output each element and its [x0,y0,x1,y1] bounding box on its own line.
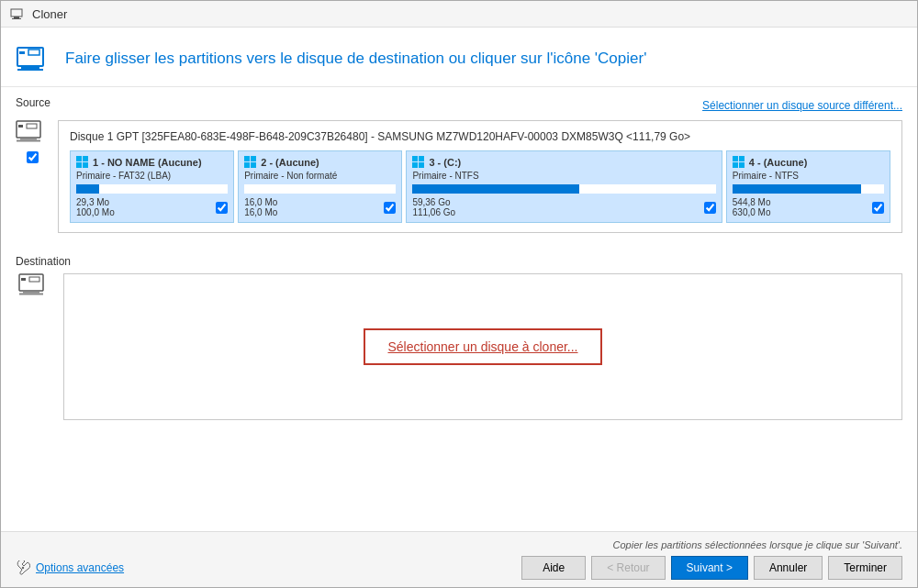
svg-rect-6 [28,50,39,55]
partition-4-type: Primaire - NTFS [733,171,884,181]
partition-1-sizes: 29,3 Mo 100,0 Mo [76,197,228,217]
source-header-row: Source Sélectionner un disque source dif… [16,96,902,115]
partition-1-bar [76,184,228,194]
select-source-link[interactable]: Sélectionner un disque source différent.… [702,99,902,112]
svg-rect-13 [76,156,82,161]
svg-rect-24 [419,162,424,168]
partition-2: 2 - (Aucune) Primaire - Non formaté 16,0… [238,150,402,223]
main-window: Cloner Faire glisser les partitions vers… [0,0,918,588]
source-checkbox[interactable] [27,151,39,163]
svg-point-34 [22,567,24,569]
svg-rect-33 [21,278,26,281]
partition-3-bar [412,184,715,194]
partition-2-type: Primaire - Non formaté [244,171,396,181]
partition-2-bar [244,184,396,194]
footer-left: Options avancées [16,560,124,575]
content-area: Faire glisser les partitions vers le dis… [1,28,917,587]
partition-2-checkbox[interactable] [384,202,396,214]
svg-rect-18 [251,156,256,161]
partition-4-checkbox[interactable] [872,202,884,214]
svg-rect-16 [83,162,88,168]
svg-rect-22 [419,156,424,161]
partition-4-title: 4 - (Aucune) [733,156,884,169]
source-label: Source [16,96,50,109]
header-section: Faire glisser les partitions vers le dis… [1,28,917,87]
svg-rect-2 [12,18,21,19]
destination-label: Destination [16,255,902,268]
finish-button[interactable]: Terminer [828,556,902,580]
svg-rect-26 [739,156,744,161]
svg-rect-10 [17,140,40,142]
svg-rect-7 [19,51,25,54]
source-disk-icon [16,120,49,146]
back-button[interactable]: < Retour [591,556,665,580]
svg-rect-30 [23,291,39,294]
svg-rect-14 [83,156,88,161]
svg-rect-17 [244,156,250,161]
windows-icon-4 [733,156,745,169]
footer-right: Aide < Retour Suivant > Annuler Terminer [521,556,902,580]
cancel-button[interactable]: Annuler [754,556,823,580]
source-section: Disque 1 GPT [325FEA80-683E-498F-B648-20… [16,120,902,246]
footer: Copier les partitions sélectionnées lors… [1,531,917,587]
windows-icon-3 [412,156,425,169]
destination-section: Sélectionner un disque à cloner... [16,273,902,420]
footer-buttons: Options avancées Aide < Retour Suivant >… [16,556,902,580]
next-button[interactable]: Suivant > [671,556,748,580]
partition-3: 3 - (C:) Primaire - NTFS 59,36 Go 111,06… [406,150,722,223]
options-link[interactable]: Options avancées [36,561,124,574]
main-area: Source Sélectionner un disque source dif… [1,87,917,531]
select-disk-button[interactable]: Sélectionner un disque à cloner... [364,328,601,365]
partition-3-sizes: 59,36 Go 111,06 Go [412,197,715,217]
partition-4-bar [733,184,884,194]
partition-1-title: 1 - NO NAME (Aucune) [76,156,228,169]
cloner-icon [10,6,25,21]
svg-rect-23 [412,162,418,168]
partition-4-sizes: 544,8 Mo 630,0 Mo [733,197,884,217]
partition-3-fill [412,184,579,194]
partition-3-title: 3 - (C:) [412,156,715,169]
window-title: Cloner [32,7,67,21]
partition-1-fill [76,184,99,194]
disk-container: Disque 1 GPT [325FEA80-683E-498F-B648-20… [58,120,902,233]
destination-section-wrapper: Destination Sélectionne [16,255,902,420]
partition-1-checkbox[interactable] [216,202,228,214]
partition-4: 4 - (Aucune) Primaire - NTFS 544,8 Mo 63… [726,150,890,223]
partition-2-sizes: 16,0 Mo 16,0 Mo [244,197,396,217]
partitions-row: 1 - NO NAME (Aucune) Primaire - FAT32 (L… [70,150,890,223]
help-button[interactable]: Aide [521,556,586,580]
partition-4-fill [733,184,861,194]
header-disk-icon [16,40,52,77]
svg-rect-27 [733,162,738,168]
header-title: Faire glisser les partitions vers le dis… [65,50,646,68]
dest-left [16,273,54,299]
disk-header: Disque 1 GPT [325FEA80-683E-498F-B648-20… [70,130,890,143]
source-left [16,120,49,163]
svg-rect-0 [11,9,22,17]
wrench-icon [16,560,30,575]
svg-rect-4 [21,66,39,69]
partition-3-type: Primaire - NTFS [412,171,715,181]
windows-icon-2 [244,156,257,169]
svg-rect-25 [733,156,738,161]
svg-rect-12 [18,125,23,128]
partition-3-checkbox[interactable] [704,202,716,214]
svg-rect-28 [739,162,744,168]
partition-1: 1 - NO NAME (Aucune) Primaire - FAT32 (L… [70,150,234,223]
title-bar: Cloner [1,1,917,28]
svg-rect-19 [244,162,250,168]
svg-rect-1 [14,17,19,18]
svg-rect-5 [17,69,43,71]
windows-icon-1 [76,156,89,169]
dest-disk-icon [18,273,51,299]
partition-1-type: Primaire - FAT32 (LBA) [76,171,228,181]
partition-2-title: 2 - (Aucune) [244,156,396,169]
svg-rect-11 [27,124,37,128]
dest-container: Sélectionner un disque à cloner... [63,273,902,420]
footer-note: Copier les partitions sélectionnées lors… [16,539,902,550]
svg-rect-31 [19,294,43,295]
svg-rect-9 [20,138,37,140]
svg-rect-20 [251,162,256,168]
svg-rect-21 [412,156,418,161]
svg-rect-15 [76,162,82,168]
